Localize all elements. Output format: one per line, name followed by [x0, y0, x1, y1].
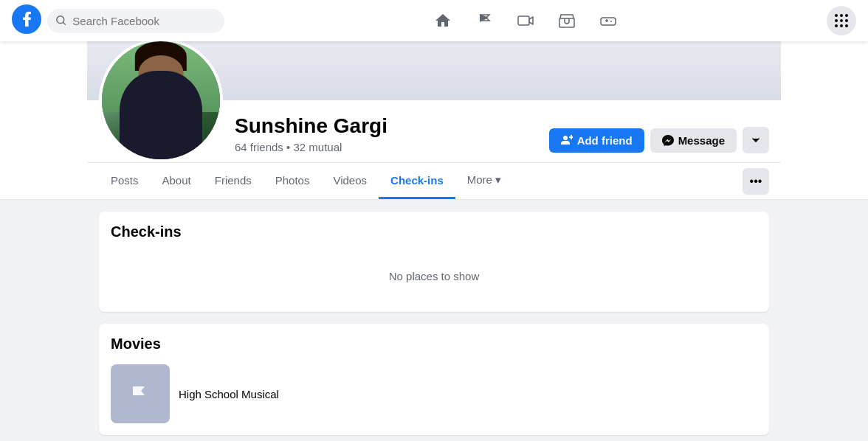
tab-more[interactable]: More ▾ [455, 163, 513, 199]
tab-videos[interactable]: Videos [321, 164, 379, 199]
message-button[interactable]: Message [650, 128, 737, 153]
profile-info: Sunshine Gargi 64 friends • 32 mutual Ad… [87, 100, 781, 162]
movies-title: Movies [111, 336, 757, 353]
svg-point-8 [835, 19, 838, 22]
search-icon [56, 15, 66, 27]
tab-posts[interactable]: Posts [99, 164, 151, 199]
top-navigation [0, 0, 868, 41]
movie-flag-icon [127, 381, 154, 407]
tab-photos[interactable]: Photos [264, 164, 322, 199]
video-nav-button[interactable] [508, 3, 543, 38]
profile-details: Sunshine Gargi 64 friends • 32 mutual [235, 108, 537, 162]
profile-friends-count: 64 friends • 32 mutual [235, 141, 537, 153]
svg-point-6 [840, 14, 843, 17]
no-places-message: No places to show [111, 252, 757, 300]
tab-friends[interactable]: Friends [203, 164, 264, 199]
facebook-logo[interactable] [12, 4, 41, 37]
main-content: Check-ins No places to show Movies High … [87, 200, 781, 441]
svg-point-5 [835, 14, 838, 17]
gaming-nav-button[interactable] [590, 3, 626, 38]
more-actions-button[interactable] [743, 127, 769, 153]
svg-point-13 [845, 24, 848, 27]
movie-name: High School Musical [179, 388, 279, 400]
svg-point-11 [835, 24, 838, 27]
add-friend-icon [561, 134, 573, 146]
chevron-down-icon [751, 136, 760, 145]
profile-name: Sunshine Gargi [235, 114, 537, 138]
svg-rect-4 [601, 18, 616, 25]
home-nav-button[interactable] [425, 3, 461, 38]
svg-rect-3 [559, 18, 574, 27]
nav-icons [230, 3, 821, 38]
movie-item: High School Musical [111, 364, 757, 423]
search-bar[interactable] [47, 9, 224, 33]
profile-tabs: Posts About Friends Photos Videos Check-… [87, 162, 781, 199]
search-input[interactable] [72, 15, 216, 27]
profile-actions: Add friend Message [549, 127, 769, 162]
movie-thumbnail [111, 364, 170, 423]
svg-point-7 [845, 14, 848, 17]
tab-ellipsis-button[interactable]: ••• [743, 168, 769, 195]
marketplace-nav-button[interactable] [549, 3, 585, 38]
messenger-icon [662, 134, 674, 146]
svg-rect-2 [518, 16, 529, 25]
tab-about[interactable]: About [151, 164, 203, 199]
tab-checkins[interactable]: Check-ins [379, 164, 455, 199]
svg-point-10 [845, 19, 848, 22]
avatar [99, 38, 223, 162]
movies-card: Movies High School Musical [99, 324, 769, 435]
menu-grid-button[interactable] [827, 6, 856, 35]
svg-point-12 [840, 24, 843, 27]
flag-nav-button[interactable] [466, 3, 502, 38]
checkins-card: Check-ins No places to show [99, 212, 769, 312]
checkins-title: Check-ins [111, 223, 757, 240]
add-friend-button[interactable]: Add friend [549, 128, 644, 153]
svg-point-9 [840, 19, 843, 22]
profile-area: Sunshine Gargi 64 friends • 32 mutual Ad… [0, 41, 868, 200]
nav-right [827, 6, 856, 35]
svg-point-1 [57, 16, 64, 24]
